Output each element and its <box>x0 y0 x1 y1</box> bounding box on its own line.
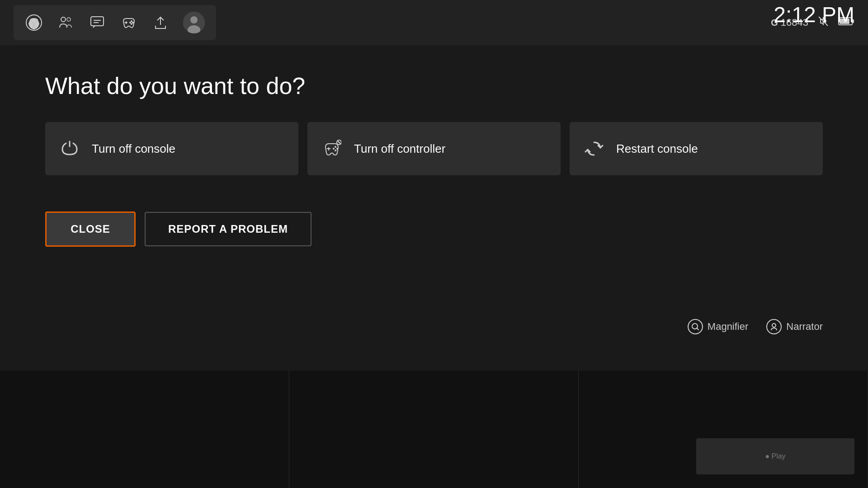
narrator-icon <box>766 319 782 334</box>
bottom-bar-mid <box>289 371 579 488</box>
magnifier-icon <box>688 319 703 334</box>
svg-rect-3 <box>91 17 104 26</box>
accessibility-area: Magnifier Narrator <box>688 319 823 334</box>
svg-point-11 <box>131 23 132 25</box>
xbox-logo-icon[interactable] <box>25 14 43 32</box>
svg-point-1 <box>61 17 66 22</box>
narrator-label: Narrator <box>786 321 823 333</box>
svg-line-26 <box>338 141 340 144</box>
chat-icon[interactable] <box>88 14 106 32</box>
upload-icon[interactable] <box>151 14 170 32</box>
svg-point-22 <box>333 148 335 150</box>
svg-point-2 <box>67 18 71 21</box>
svg-point-23 <box>336 148 338 150</box>
top-bar: G 16843 2:12 PM <box>0 0 868 45</box>
page-title: What do you want to do? <box>45 72 823 99</box>
report-problem-button[interactable]: REPORT A PROBLEM <box>145 212 311 246</box>
nav-bar <box>14 5 216 40</box>
magnifier-item[interactable]: Magnifier <box>688 319 748 334</box>
people-icon[interactable] <box>57 14 75 32</box>
magnifier-label: Magnifier <box>708 321 748 333</box>
turn-off-console-label: Turn off console <box>92 142 175 156</box>
action-buttons-row: Turn off console Turn off controller <box>45 122 823 175</box>
close-button[interactable]: CLOSE <box>45 211 136 247</box>
svg-point-24 <box>335 150 336 151</box>
svg-point-13 <box>190 16 198 23</box>
svg-point-29 <box>772 324 776 327</box>
svg-line-28 <box>697 328 698 330</box>
turn-off-controller-button[interactable]: Turn off controller <box>307 122 561 175</box>
time-display: 2:12 PM <box>774 2 854 27</box>
bottom-bar-left <box>0 371 289 488</box>
controller-off-icon <box>321 138 343 160</box>
user-avatar[interactable] <box>183 12 205 33</box>
narrator-item[interactable]: Narrator <box>766 319 823 334</box>
controller-nav-icon[interactable] <box>120 14 138 32</box>
svg-point-8 <box>131 20 132 22</box>
turn-off-console-button[interactable]: Turn off console <box>45 122 298 175</box>
svg-point-9 <box>129 22 131 23</box>
restart-icon <box>583 138 605 160</box>
svg-point-21 <box>335 146 336 148</box>
power-icon <box>59 138 80 160</box>
bottom-bar: ● Play <box>0 371 868 488</box>
bottom-bar-panel: ● Play <box>696 438 854 474</box>
bottom-buttons: CLOSE REPORT A PROBLEM <box>45 211 823 247</box>
svg-point-10 <box>132 22 134 23</box>
turn-off-controller-label: Turn off controller <box>354 142 445 156</box>
restart-console-button[interactable]: Restart console <box>570 122 823 175</box>
restart-console-label: Restart console <box>616 142 698 156</box>
